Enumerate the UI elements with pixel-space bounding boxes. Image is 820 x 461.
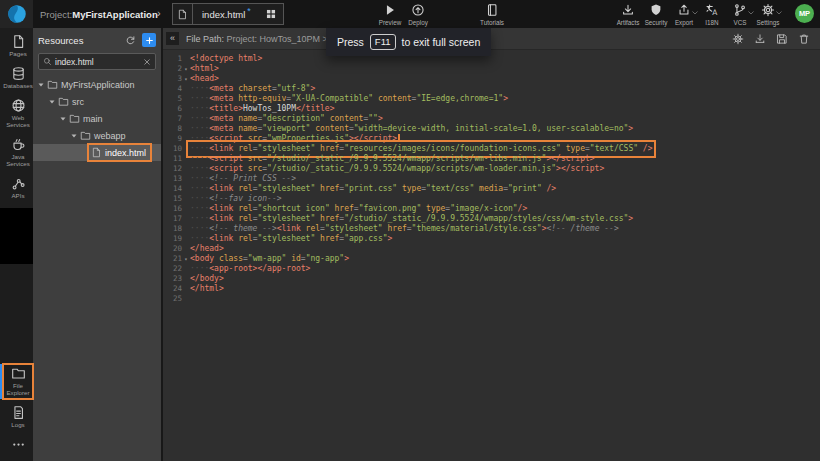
folder-icon: [69, 113, 80, 124]
code-content: ····<title>HowTos_10PM</title>: [190, 104, 335, 114]
topbar-actions-left: PreviewDeploy: [376, 3, 432, 26]
search-input[interactable]: [52, 57, 143, 67]
code-line-25: 25: [166, 294, 820, 304]
line-number: 11: [166, 154, 182, 164]
trash-icon[interactable]: [798, 33, 810, 45]
code-line-10: 10····<link rel="stylesheet" href="resou…: [166, 144, 820, 154]
code-content: ····<meta http-equiv="X-UA-Compatible" c…: [190, 94, 508, 104]
line-number: 1: [166, 54, 182, 64]
sidebar-item-file-explorer[interactable]: File Explorer: [3, 364, 33, 399]
sidebar-item-databases[interactable]: Databases: [3, 64, 33, 92]
highlighted-code-content: ····<link rel="stylesheet" href="resourc…: [190, 144, 652, 154]
code-line-17: 17····<link rel="stylesheet" href="/stud…: [166, 214, 820, 224]
sidebar-top-items: PagesDatabasesWeb ServicesJava ServicesA…: [0, 28, 33, 202]
top-bar: Project:MyFirstApplication › index.html …: [0, 0, 820, 28]
collapse-panel-button[interactable]: «: [166, 32, 179, 45]
topbar-action-security[interactable]: Security: [642, 3, 670, 26]
line-number: 7: [166, 114, 182, 124]
fold-toggle-icon[interactable]: ▾: [182, 254, 190, 264]
book-icon: [485, 3, 499, 17]
line-number: 3: [166, 74, 182, 84]
code-line-24: 24</html>: [166, 284, 820, 294]
topbar-action-tutorials[interactable]: Tutorials: [478, 3, 506, 26]
shield-icon: [649, 3, 663, 17]
wavemaker-logo[interactable]: [0, 0, 33, 28]
tree-item-content: index.html: [90, 146, 149, 159]
tree-item-content: webapp: [70, 130, 126, 141]
line-number: 20: [166, 244, 182, 254]
code-line-7: 7····<meta name="description" content=""…: [166, 114, 820, 124]
caret-down-icon[interactable]: [59, 115, 67, 123]
save-icon[interactable]: [776, 33, 788, 45]
code-line-2: 2▾<html>: [166, 64, 820, 74]
clear-search-icon[interactable]: [143, 58, 151, 66]
sidebar-item-java-services[interactable]: Java Services: [3, 135, 33, 170]
topbar-action-export[interactable]: Export: [670, 3, 698, 26]
caret-down-icon[interactable]: [48, 98, 56, 106]
tree-item-index-html[interactable]: index.html: [33, 144, 161, 161]
line-number: 25: [166, 294, 182, 304]
tab-file-button[interactable]: [173, 4, 193, 24]
sidebar-item-logs[interactable]: Logs: [3, 403, 33, 431]
code-content: </body>: [190, 274, 224, 284]
code-content: <head>: [190, 74, 219, 84]
tree-item-webapp[interactable]: webapp: [33, 127, 161, 144]
notification-prefix: Press: [337, 36, 364, 48]
sidebar-item-more[interactable]: [3, 435, 33, 455]
fold-toggle-icon[interactable]: ▾: [182, 64, 190, 74]
download-icon[interactable]: [754, 33, 766, 45]
panel-divider[interactable]: [161, 28, 163, 461]
user-avatar[interactable]: MP: [795, 4, 814, 23]
topbar-action-artifacts[interactable]: Artifacts: [614, 3, 642, 26]
line-number: 19: [166, 234, 182, 244]
code-line-12: 12····<script src="/studio/_static_/9.9.…: [166, 164, 820, 174]
project-name: MyFirstApplication: [72, 9, 158, 20]
sidebar-item-web-services[interactable]: Web Services: [3, 96, 33, 131]
sidebar-item-apis[interactable]: APIs: [3, 174, 33, 202]
code-editor-pane: « File Path: Project: HowTos_10PM > src/…: [163, 28, 820, 461]
layout-grid-button[interactable]: [260, 4, 283, 24]
sidebar-row-more: [0, 435, 33, 455]
tree-item-myfirstapplication[interactable]: MyFirstApplication: [33, 76, 161, 93]
play-icon: [383, 3, 397, 17]
chevron-down-icon: [691, 9, 699, 17]
code-editor[interactable]: 1<!doctype html>2▾<html>3▾<head>4····<me…: [163, 50, 820, 304]
code-content: <!doctype html>: [190, 54, 262, 64]
folder-icon: [58, 96, 69, 107]
sidebar-row-databases: Databases: [0, 64, 33, 92]
folder-icon: [80, 130, 91, 141]
api-icon: [11, 176, 26, 191]
caret-down-icon[interactable]: [70, 132, 78, 140]
code-content: ····<meta charset="utf-8">: [190, 84, 315, 94]
tree-item-main[interactable]: main: [33, 110, 161, 127]
add-resource-button[interactable]: [142, 33, 156, 47]
code-line-3: 3▾<head>: [166, 74, 820, 84]
database-icon: [11, 66, 26, 81]
f11-keycap: F11: [370, 34, 396, 50]
coffee-icon: [11, 137, 26, 152]
sidebar-row-java-services: Java Services: [0, 135, 33, 170]
fold-toggle-icon[interactable]: ▾: [182, 74, 190, 84]
svg-text:A: A: [712, 8, 718, 17]
sidebar-item-pages[interactable]: Pages: [3, 32, 33, 60]
topbar-action-vcs[interactable]: VCS: [726, 3, 754, 26]
tab-index-html[interactable]: index.html *: [193, 4, 260, 24]
gear-icon[interactable]: [732, 33, 744, 45]
tree-item-src[interactable]: src: [33, 93, 161, 110]
code-line-11: 11····<script src="/studio/_static_/9.9.…: [166, 154, 820, 164]
translate-icon: A: [705, 3, 719, 17]
caret-down-icon[interactable]: [37, 81, 45, 89]
code-line-5: 5····<meta http-equiv="X-UA-Compatible" …: [166, 94, 820, 104]
line-number: 2: [166, 64, 182, 74]
refresh-icon[interactable]: [125, 35, 136, 46]
resources-title: Resources: [38, 35, 125, 46]
topbar-action-preview[interactable]: Preview: [376, 3, 404, 26]
code-content: ····<link rel="stylesheet" href="/studio…: [190, 214, 633, 224]
plus-icon: [145, 36, 154, 45]
folder-icon: [11, 366, 26, 381]
code-line-22: 22····<app-root></app-root>: [166, 264, 820, 274]
topbar-action-i18n[interactable]: AI18N: [698, 3, 726, 26]
file-icon: [91, 147, 102, 158]
topbar-action-settings[interactable]: Settings: [754, 3, 782, 26]
topbar-action-deploy[interactable]: Deploy: [404, 3, 432, 26]
